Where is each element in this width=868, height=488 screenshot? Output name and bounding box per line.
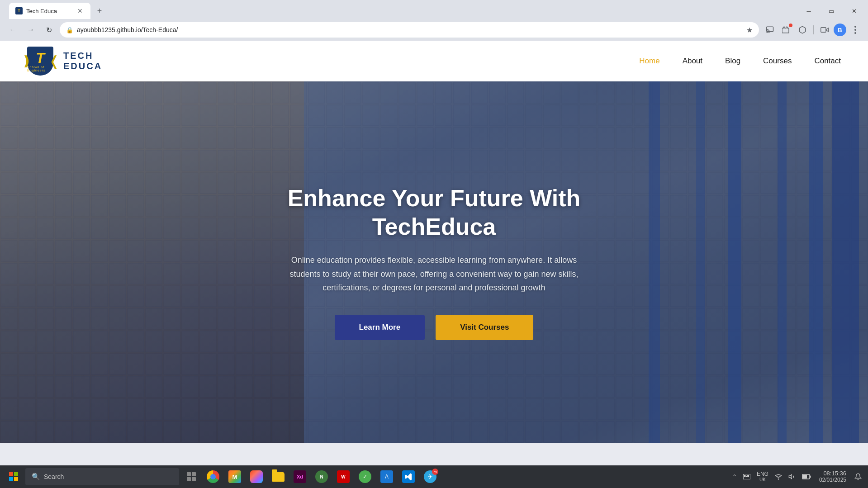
language-indicator[interactable]: ENG UK (755, 470, 770, 483)
chrome-taskbar[interactable] (204, 467, 223, 486)
blue-app[interactable]: A (377, 467, 396, 486)
chrome-icon (207, 470, 219, 483)
file-manager-app[interactable] (269, 467, 288, 486)
reload-button[interactable]: ↻ (42, 23, 56, 37)
green-icon: ✓ (359, 470, 371, 483)
battery-icon[interactable] (800, 473, 813, 480)
nav-about[interactable]: About (683, 57, 702, 66)
notification-button[interactable] (853, 472, 863, 481)
profile-button[interactable]: B (834, 24, 846, 36)
menu-button[interactable] (848, 23, 863, 37)
svg-rect-2 (821, 28, 826, 33)
system-tray: ⌃ ENG UK 08:15:36 02/01/2025 (730, 470, 863, 483)
logo-tech: TECH (63, 51, 102, 61)
extensions-button[interactable] (795, 23, 810, 37)
task-view-button[interactable] (182, 467, 201, 486)
logo-text: TECH EDUCA (63, 51, 102, 71)
cast-button[interactable] (763, 23, 777, 37)
extension-icon[interactable] (779, 23, 793, 37)
green-app[interactable]: ✓ (356, 467, 375, 486)
toolbar-divider (813, 25, 814, 34)
tab-bar: T Tech Educa ✕ + ─ ▭ ✕ (0, 0, 868, 19)
back-button[interactable]: ← (5, 23, 20, 37)
blue-icon: A (380, 470, 393, 483)
wps-icon: W (337, 470, 350, 483)
svg-rect-10 (187, 477, 191, 481)
taskbar-search-label: Search (44, 473, 64, 480)
lang-region: UK (757, 477, 768, 483)
svg-rect-24 (802, 475, 807, 479)
nav-links: Home About Blog Courses Contact (639, 57, 841, 66)
minimize-button[interactable]: ─ (798, 4, 819, 18)
wps-app[interactable]: W (334, 467, 353, 486)
microsoft-icon: M (228, 470, 241, 483)
vscode-app[interactable] (399, 467, 418, 486)
node-icon: N (315, 470, 328, 483)
adobe-xd-app[interactable]: Xd (290, 467, 309, 486)
window-controls: ─ ▭ ✕ (798, 4, 864, 18)
close-button[interactable]: ✕ (844, 4, 864, 18)
svg-rect-8 (187, 472, 191, 476)
nav-courses[interactable]: Courses (763, 57, 792, 66)
address-bar[interactable]: 🔒 ayoubbb1235.github.io/Tech-Educa/ ★ (60, 22, 759, 38)
lang-eng: ENG (757, 471, 768, 477)
win-quad-blue (9, 477, 13, 481)
tab-title: Tech Educa (26, 8, 72, 14)
forward-button[interactable]: → (24, 23, 38, 37)
system-clock[interactable]: 08:15:36 02/01/2025 (816, 470, 850, 483)
website-content: ❫ ❬ T School of Engineers TECH EDUCA Hom… (0, 41, 868, 443)
svg-rect-9 (192, 472, 196, 476)
svg-rect-14 (745, 475, 746, 476)
keyboard-icon[interactable] (741, 473, 752, 480)
svg-rect-15 (747, 475, 748, 476)
nav-blog[interactable]: Blog (725, 57, 740, 66)
svg-point-3 (854, 26, 856, 28)
nav-home[interactable]: Home (639, 57, 659, 66)
hero-title: Enhance Your Future With TechEduca (276, 184, 593, 241)
folder-icon (272, 472, 285, 482)
volume-icon[interactable] (787, 472, 797, 481)
start-button[interactable] (5, 468, 23, 486)
maximize-button[interactable]: ▭ (821, 4, 842, 18)
vscode-icon (402, 470, 415, 483)
logo-educa: EDUCA (63, 61, 102, 71)
tab-favicon-letter: T (18, 9, 20, 13)
node-app[interactable]: N (312, 467, 331, 486)
hero-content: Enhance Your Future With TechEduca Onlin… (258, 184, 611, 340)
lock-icon: 🔒 (66, 27, 73, 33)
tray-expand[interactable]: ⌃ (730, 473, 739, 481)
svg-rect-23 (810, 475, 811, 478)
toolbar-actions: B (763, 23, 863, 37)
new-tab-button[interactable]: + (92, 4, 107, 18)
active-tab[interactable]: T Tech Educa ✕ (9, 3, 90, 19)
logo-letter: T (36, 51, 45, 65)
media-button[interactable] (817, 23, 832, 37)
browser-toolbar: ← → ↻ 🔒 ayoubbb1235.github.io/Tech-Educa… (0, 19, 868, 41)
figma-app[interactable] (247, 467, 266, 486)
tab-close-button[interactable]: ✕ (76, 7, 84, 15)
svg-point-4 (854, 29, 856, 31)
wifi-icon[interactable] (773, 472, 784, 481)
bookmark-icon[interactable]: ★ (746, 26, 753, 34)
taskbar: 🔍 Search M Xd N (0, 465, 868, 488)
svg-rect-17 (744, 476, 745, 477)
microsoft-app[interactable]: M (225, 467, 244, 486)
hero-section: Enhance Your Future With TechEduca Onlin… (0, 81, 868, 443)
adobe-xd-icon: Xd (294, 470, 306, 483)
figma-icon (250, 470, 263, 483)
navbar: ❫ ❬ T School of Engineers TECH EDUCA Hom… (0, 41, 868, 81)
windows-logo (9, 472, 18, 481)
svg-rect-19 (748, 476, 749, 477)
task-view-icon (186, 472, 196, 482)
taskbar-search-icon: 🔍 (32, 473, 40, 481)
visit-courses-button[interactable]: Visit Courses (436, 315, 533, 340)
svg-point-5 (854, 32, 856, 34)
browser-frame: T Tech Educa ✕ + ─ ▭ ✕ ← → ↻ 🔒 ayoubbb12… (0, 0, 868, 443)
svg-rect-11 (192, 477, 196, 481)
hero-description: Online education provides flexible, acce… (276, 253, 593, 295)
telegram-app[interactable]: ✈ 79 (421, 467, 440, 486)
learn-more-button[interactable]: Learn More (335, 315, 425, 340)
nav-contact[interactable]: Contact (814, 57, 841, 66)
taskbar-search-box[interactable]: 🔍 Search (25, 468, 179, 485)
win-quad-red (9, 472, 13, 476)
